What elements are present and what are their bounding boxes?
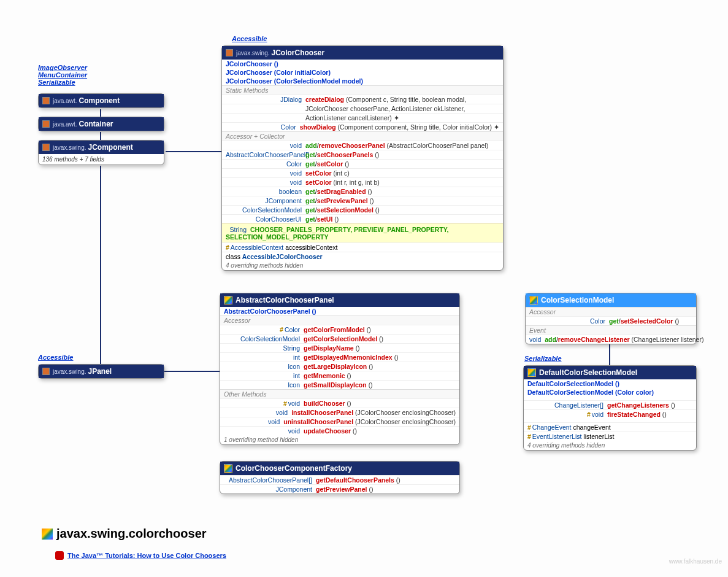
container-class[interactable]: java.awt.Container bbox=[38, 117, 164, 131]
method-row: IcongetSmallDisplayIcon () bbox=[220, 380, 459, 389]
section-label: Static Methods bbox=[222, 85, 503, 95]
method-row: #voidbuildChooser () bbox=[220, 398, 459, 408]
footnote: 1 overriding method hidden bbox=[220, 435, 459, 444]
colorchoosercomponentfactory-class: ColorChooserComponentFactory AbstractCol… bbox=[220, 461, 460, 494]
method-row: ColorChooserUIget/setUI () bbox=[222, 214, 503, 223]
method-row: ColorshowDialog (Component component, St… bbox=[222, 122, 503, 131]
method-row: IcongetLargeDisplayIcon () bbox=[220, 362, 459, 371]
method-row: #ColorgetColorFromModel () bbox=[220, 325, 459, 334]
method-row: voiduninstallChooserPanel (JColorChooser… bbox=[220, 417, 459, 426]
class-icon bbox=[42, 97, 50, 104]
inner-class-row: class AccessibleJColorChooser bbox=[222, 252, 503, 261]
accessible-link-2[interactable]: Accessible bbox=[38, 354, 73, 361]
menucontainer-link[interactable]: MenuContainer bbox=[38, 71, 87, 79]
oracle-icon bbox=[55, 551, 64, 560]
method-row: voidinstallChooserPanel (JColorChooser e… bbox=[220, 408, 459, 417]
jcomponent-note: 136 methods + 7 fields bbox=[39, 154, 164, 165]
factory-header[interactable]: ColorChooserComponentFactory bbox=[220, 462, 459, 475]
class-icon bbox=[226, 49, 233, 56]
method-row: intgetDisplayedMnemonicIndex () bbox=[220, 352, 459, 362]
method-row: JDialogcreateDialog (Component c, String… bbox=[222, 95, 503, 104]
method-row: voidupdateChooser () bbox=[220, 426, 459, 435]
method-row: booleanget/setDragEnabled () bbox=[222, 187, 503, 196]
field-row: #ChangeEvent changeEvent bbox=[524, 422, 696, 432]
method-row: ColorSelectionModelgetColorSelectionMode… bbox=[220, 334, 459, 343]
footnote: 4 overriding methods hidden bbox=[524, 441, 696, 450]
colorselectionmodel-interface: ColorSelectionModel Accessor Colorget/se… bbox=[525, 293, 697, 344]
constructor: JColorChooser (ColorSelectionModel model… bbox=[222, 77, 503, 85]
constructor: JColorChooser () bbox=[222, 60, 503, 68]
package-icon bbox=[42, 529, 53, 540]
method-row-cont: JColorChooser chooserPane, ActionListene… bbox=[222, 104, 503, 113]
constructor: AbstractColorChooserPanel () bbox=[220, 307, 459, 316]
imageobserver-link[interactable]: ImageObserver bbox=[38, 64, 87, 71]
accessible-link[interactable]: Accessible bbox=[232, 35, 267, 42]
section-label: Event bbox=[526, 325, 696, 335]
abstractpanel-header[interactable]: AbstractColorChooserPanel bbox=[220, 293, 459, 307]
jcolorchooser-class: javax.swing.JColorChooser JColorChooser … bbox=[221, 45, 504, 271]
method-row: StringgetDisplayName () bbox=[220, 343, 459, 352]
method-row: voidadd/removeChooserPanel (AbstractColo… bbox=[222, 141, 503, 150]
watermark: www.falkhausen.de bbox=[669, 558, 722, 565]
defaultcolorselectionmodel-class: DefaultColorSelectionModel DefaultColorS… bbox=[523, 365, 697, 451]
component-class[interactable]: java.awt.Component bbox=[38, 93, 164, 108]
method-row: JComponentgetPreviewPanel () bbox=[220, 484, 459, 494]
field-row: #AccessibleContext accessibleContext bbox=[222, 242, 503, 252]
jpanel-class[interactable]: javax.swing.JPanel bbox=[38, 364, 164, 379]
serializable-link-2[interactable]: Serializable bbox=[524, 355, 562, 362]
method-row: ChangeListener[]getChangeListeners () bbox=[524, 400, 696, 409]
csm-header[interactable]: ColorSelectionModel bbox=[526, 293, 696, 307]
method-row: voidsetColor (int c) bbox=[222, 168, 503, 177]
method-row: #voidfireStateChanged () bbox=[524, 409, 696, 419]
method-row: Colorget/setSelectedColor () bbox=[526, 316, 696, 325]
class-icon bbox=[529, 296, 538, 304]
serializable-link[interactable]: Serializable bbox=[38, 79, 75, 86]
class-icon bbox=[42, 144, 50, 151]
method-row: ColorSelectionModelget/setSelectionModel… bbox=[222, 205, 503, 214]
section-label: Accessor bbox=[220, 316, 459, 325]
method-row: AbstractColorChooserPanel[]getDefaultCho… bbox=[220, 475, 459, 484]
field-row: #EventListenerList listenerList bbox=[524, 432, 696, 441]
jcolorchooser-header[interactable]: javax.swing.JColorChooser bbox=[222, 46, 503, 60]
constructor: DefaultColorSelectionModel () bbox=[524, 379, 696, 388]
class-icon bbox=[42, 368, 50, 375]
class-icon bbox=[224, 464, 232, 473]
constructor: DefaultColorSelectionModel (Color color) bbox=[524, 388, 696, 397]
class-icon bbox=[42, 120, 50, 128]
method-row: intgetMnemonic () bbox=[220, 371, 459, 380]
defcsm-header[interactable]: DefaultColorSelectionModel bbox=[524, 366, 696, 379]
section-label: Accessor bbox=[526, 307, 696, 316]
tutorial-link[interactable]: The Java™ Tutorials: How to Use Color Ch… bbox=[55, 551, 226, 560]
footnote: 4 overriding methods hidden bbox=[222, 261, 503, 270]
method-row-cont: ActionListener cancelListener) ✦ bbox=[222, 113, 503, 122]
jcomponent-class[interactable]: javax.swing.JComponent 136 methods + 7 f… bbox=[38, 140, 164, 165]
method-row: voidadd/removeChangeListener (ChangeList… bbox=[526, 335, 696, 344]
method-row: AbstractColorChooserPanel[]get/setChoose… bbox=[222, 150, 503, 159]
constants-row: StringCHOOSER_PANELS_PROPERTY, PREVIEW_P… bbox=[222, 223, 503, 242]
abstractcolorchooserpanel-class: AbstractColorChooserPanel AbstractColorC… bbox=[220, 293, 460, 445]
class-icon bbox=[224, 296, 232, 304]
package-title: javax.swing.colorchooser bbox=[42, 527, 207, 541]
method-row: Colorget/setColor () bbox=[222, 159, 503, 168]
class-icon bbox=[527, 368, 536, 377]
constructor: JColorChooser (Color initialColor) bbox=[222, 68, 503, 77]
section-label: Accessor + Collector bbox=[222, 131, 503, 141]
section-label: Other Methods bbox=[220, 389, 459, 398]
method-row: voidsetColor (int r, int g, int b) bbox=[222, 177, 503, 187]
method-row: JComponentget/setPreviewPanel () bbox=[222, 196, 503, 205]
